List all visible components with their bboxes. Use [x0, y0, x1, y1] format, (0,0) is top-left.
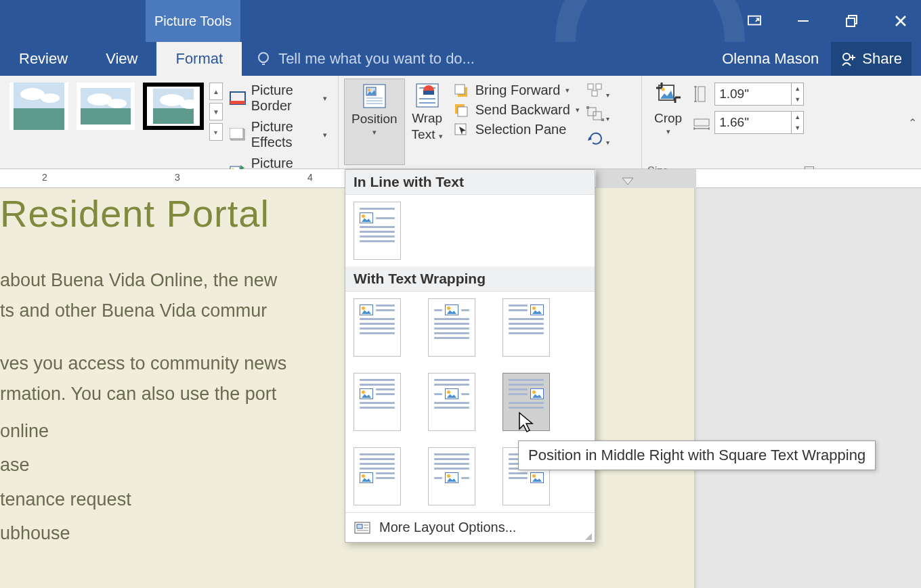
align-button[interactable]: ▾: [586, 83, 609, 99]
shape-width-input[interactable]: 1.66" ▲▼: [714, 111, 804, 134]
contextual-tab-label: Picture Tools: [154, 14, 232, 29]
position-bottom-center[interactable]: [428, 447, 475, 505]
height-icon: [693, 84, 710, 104]
user-name[interactable]: Olenna Mason: [722, 50, 819, 68]
position-bottom-left[interactable]: [354, 447, 401, 505]
position-icon: [361, 82, 388, 109]
width-icon: [693, 112, 710, 133]
ribbon: ▲ ▼ ▾ Picture Border ▾ Picture Effects ▾…: [0, 76, 921, 169]
svg-rect-24: [455, 85, 465, 94]
gallery-more-button[interactable]: ▾: [209, 123, 223, 141]
ruler-mark: 3: [175, 172, 180, 183]
picture-effects-icon: [230, 127, 246, 142]
picture-border-label: Picture Border: [251, 83, 316, 114]
position-middle-center[interactable]: [428, 373, 475, 431]
style-gallery-scroll: ▲ ▼ ▾: [209, 83, 223, 141]
body-text: ves you access to community news: [0, 353, 286, 374]
more-layout-label: More Layout Options...: [379, 520, 516, 535]
ribbon-tabs: Review View Format Tell me what you want…: [0, 42, 921, 76]
gallery-up-button[interactable]: ▲: [209, 83, 223, 100]
wrap-text-button[interactable]: Wrap Text ▾: [405, 78, 450, 165]
share-button[interactable]: Share: [831, 42, 912, 76]
selection-pane-button[interactable]: Selection Pane: [454, 122, 580, 137]
tell-me-placeholder: Tell me what you want to do...: [278, 50, 475, 68]
group-picture-styles: ▲ ▼ ▾ Picture Border ▾ Picture Effects ▾…: [0, 76, 339, 168]
selection-pane-icon: [454, 122, 470, 137]
restore-button[interactable]: [845, 14, 859, 28]
picture-effects-label: Picture Effects: [251, 119, 316, 150]
svg-point-14: [368, 89, 370, 91]
svg-rect-28: [588, 84, 593, 89]
position-top-left[interactable]: [354, 298, 401, 357]
dropdown-resize-handle[interactable]: [584, 532, 592, 540]
svg-point-5: [843, 53, 850, 60]
send-backward-label: Send Backward: [475, 102, 570, 118]
send-backward-button[interactable]: Send Backward ▾: [454, 102, 580, 118]
contextual-tab-picture-tools[interactable]: Picture Tools: [146, 0, 240, 42]
position-label: Position: [351, 112, 398, 127]
position-button[interactable]: Position ▾: [344, 78, 405, 165]
tooltip: Position in Middle Right with Square Tex…: [518, 440, 876, 470]
picture-style-simple[interactable]: [77, 83, 135, 130]
ruler-mark: 4: [307, 172, 313, 183]
tell-me-search[interactable]: Tell me what you want to do...: [242, 42, 475, 76]
svg-rect-37: [698, 87, 705, 101]
position-dropdown: In Line with Text With Text Wrapping: [345, 169, 595, 543]
dropdown-caret-icon: ▾: [372, 128, 377, 137]
crop-button[interactable]: Crop ▾: [647, 78, 689, 165]
picture-effects-button[interactable]: Picture Effects ▾: [230, 119, 327, 150]
lightbulb-icon: [255, 51, 272, 67]
group-objects-button[interactable]: ▾: [586, 106, 609, 123]
picture-border-button[interactable]: Picture Border ▾: [230, 83, 327, 114]
picture-style-plain[interactable]: [9, 83, 68, 130]
svg-rect-40: [357, 524, 362, 528]
ribbon-display-options-button[interactable]: [748, 14, 761, 28]
tab-review[interactable]: Review: [0, 42, 87, 76]
position-section-inline: In Line with Text: [345, 170, 595, 195]
svg-rect-20: [423, 91, 434, 95]
crop-label: Crop: [654, 111, 682, 126]
rotate-button[interactable]: ▾: [586, 130, 609, 147]
height-up-button[interactable]: ▲: [791, 83, 803, 94]
position-middle-right[interactable]: [502, 373, 550, 431]
svg-rect-3: [847, 18, 855, 26]
collapse-ribbon-button[interactable]: ⌃: [908, 116, 917, 129]
width-value: 1.66": [719, 115, 749, 130]
body-text: about Buena Vida Online, the new: [0, 270, 277, 290]
dropdown-caret-icon: ▾: [439, 132, 443, 140]
svg-rect-26: [458, 107, 467, 116]
shape-height-input[interactable]: 1.09" ▲▼: [714, 83, 804, 106]
indent-marker-icon[interactable]: [622, 177, 634, 188]
body-text: rmation. You can also use the port: [0, 384, 276, 404]
bring-forward-label: Bring Forward: [475, 83, 561, 98]
dropdown-caret-icon: ▾: [565, 86, 570, 95]
svg-rect-30: [592, 91, 597, 96]
window-controls: [748, 0, 921, 42]
gallery-down-button[interactable]: ▼: [209, 103, 223, 120]
close-button[interactable]: [894, 14, 907, 28]
dropdown-caret-icon: ▾: [576, 106, 580, 114]
width-down-button[interactable]: ▼: [791, 122, 803, 133]
dropdown-caret-icon: ▾: [666, 127, 670, 136]
position-top-center[interactable]: [428, 298, 475, 357]
position-top-right[interactable]: [502, 298, 550, 357]
tab-view[interactable]: View: [87, 42, 156, 76]
send-backward-icon: [454, 103, 470, 118]
minimize-button[interactable]: [796, 14, 810, 28]
picture-style-framed[interactable]: [143, 83, 204, 130]
tab-format[interactable]: Format: [156, 42, 242, 76]
width-up-button[interactable]: ▲: [791, 112, 803, 122]
height-down-button[interactable]: ▼: [791, 94, 803, 105]
svg-point-4: [259, 53, 268, 62]
share-icon: [840, 51, 858, 67]
group-size: Crop ▾ 1.09" ▲▼ 1.66" ▲▼: [642, 76, 819, 168]
bring-forward-button[interactable]: Bring Forward ▾: [454, 83, 580, 98]
position-inline[interactable]: [354, 202, 401, 260]
align-icon: [586, 83, 604, 97]
dropdown-caret-icon: ▾: [323, 131, 327, 139]
more-layout-options[interactable]: More Layout Options...: [345, 512, 595, 542]
tooltip-text: Position in Middle Right with Square Tex…: [528, 447, 865, 463]
tab-label: View: [106, 50, 137, 68]
position-middle-left[interactable]: [354, 373, 401, 431]
share-label: Share: [862, 50, 902, 68]
